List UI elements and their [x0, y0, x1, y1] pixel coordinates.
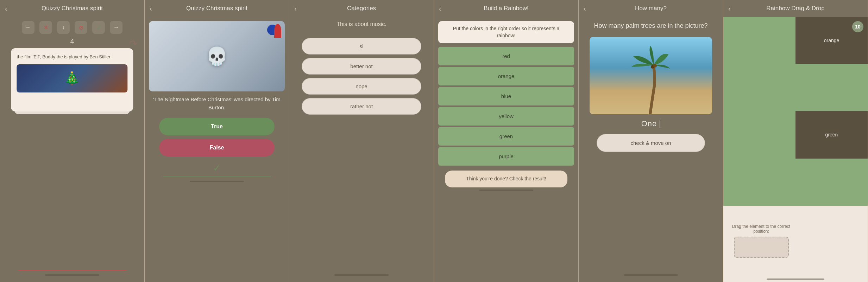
- drag-instructions-text: Drag the element to the correct position…: [727, 224, 795, 234]
- nightmare-image: 💀: [149, 21, 285, 91]
- answer-btn-better-not[interactable]: better not: [302, 58, 421, 75]
- drag-row-5: Drag the element to the correct position…: [723, 206, 868, 276]
- false-button[interactable]: False: [159, 139, 275, 156]
- drag-row-4: [723, 159, 868, 206]
- panel2-title: Quizzy Christmas spirit: [186, 5, 247, 12]
- rainbow-green[interactable]: green: [438, 127, 574, 146]
- home-indicator-3: [334, 274, 389, 276]
- panel6-header: ‹ Rainbow Drag & Drop: [723, 0, 868, 17]
- panel5-title: How many?: [635, 5, 667, 12]
- drag-cell-green-2: [723, 64, 795, 111]
- remove-btn[interactable]: ✕: [39, 21, 52, 34]
- rainbow-red[interactable]: red: [438, 47, 574, 65]
- drag-row-2: [723, 64, 868, 111]
- drag-cell-green-5: [723, 159, 795, 206]
- panel4-title: Build a Rainbow!: [484, 5, 529, 12]
- drag-label-orange: orange: [824, 38, 839, 43]
- check-move-button[interactable]: check & move on: [597, 134, 705, 152]
- rainbow-instruction: Put the colors in the right order so it …: [438, 21, 574, 43]
- home-indicator-5: [624, 274, 678, 276]
- panel-how-many: ‹ How many? How many palm trees are in t…: [579, 0, 723, 282]
- rainbow-blue[interactable]: blue: [438, 87, 574, 105]
- panel-rainbow: ‹ Build a Rainbow! Put the colors in the…: [434, 0, 579, 282]
- panel1-title: Quizzy Christmas spirit: [42, 5, 103, 12]
- panel-true-false: ‹ Quizzy Christmas spirit 💀 'The Nightma…: [145, 0, 289, 282]
- no-btn[interactable]: ⊘: [75, 21, 87, 34]
- skeleton-icon: 💀: [206, 46, 228, 66]
- answer-btn-si[interactable]: si: [302, 38, 421, 55]
- back-arrow-3[interactable]: ‹: [294, 5, 297, 13]
- back-arrow-5[interactable]: ‹: [584, 5, 586, 13]
- flashcard-text: the film 'Elf', Buddy the is played by B…: [17, 54, 127, 60]
- answer-input-row: One: [641, 119, 661, 128]
- panel6-title: Rainbow Drag & Drop: [766, 5, 824, 12]
- drag-cell-green-3: [795, 64, 868, 111]
- home-indicator-1: [45, 274, 99, 276]
- panel6-body: 10 orange green: [723, 17, 868, 282]
- categories-description: This is about music.: [336, 21, 386, 27]
- true-button[interactable]: True: [159, 118, 275, 135]
- panel1-body: ← ✕ ↓ ⊘ ✓ → 4 ↷ the film 'Elf', Buddy th…: [0, 17, 144, 282]
- svg-point-1: [653, 64, 657, 68]
- elf-image: 🎄: [17, 64, 127, 92]
- toolbar-row: ← ✕ ↓ ⊘ ✓ →: [4, 21, 140, 34]
- back-arrow-1[interactable]: ‹: [5, 5, 7, 13]
- next-btn[interactable]: →: [110, 21, 122, 34]
- panel3-header: ‹ Categories: [289, 0, 434, 17]
- progress-bar-green-2: [163, 177, 271, 177]
- rainbow-purple[interactable]: purple: [438, 147, 574, 166]
- drag-cell-green-6: [795, 159, 868, 206]
- panel2-body: 💀 'The Nightmare Before Christmas' was d…: [145, 17, 289, 282]
- flashcard-front[interactable]: the film 'Elf', Buddy the is played by B…: [11, 48, 133, 111]
- question-text-2: 'The Nightmare Before Christmas' was dir…: [149, 96, 285, 111]
- flashcard-stack: the film 'Elf', Buddy the is played by B…: [4, 48, 140, 269]
- think-done-button[interactable]: Think you're done? Check the result!: [445, 171, 567, 187]
- palm-image: [590, 37, 712, 114]
- palm-tree-svg: [630, 44, 672, 114]
- drag-cell-green-1: [723, 17, 795, 64]
- drag-drop-layout: orange green Dr: [723, 17, 868, 276]
- drag-cell-green-4: [723, 111, 795, 158]
- panel5-header: ‹ How many?: [579, 0, 723, 17]
- text-cursor: [660, 120, 660, 128]
- typed-answer[interactable]: One: [641, 119, 657, 128]
- drop-zone[interactable]: [734, 237, 789, 258]
- home-indicator-4: [479, 190, 533, 191]
- back-arrow-4[interactable]: ‹: [439, 5, 441, 13]
- drag-label-green: green: [825, 132, 838, 137]
- panel-flashcard: ‹ Quizzy Christmas spirit ← ✕ ↓ ⊘ ✓ → 4 …: [0, 0, 145, 282]
- drag-row-1: orange: [723, 17, 868, 64]
- rainbow-orange[interactable]: orange: [438, 67, 574, 85]
- rainbow-yellow[interactable]: yellow: [438, 107, 574, 126]
- panel1-header: ‹ Quizzy Christmas spirit: [0, 0, 144, 17]
- panel2-header: ‹ Quizzy Christmas spirit: [145, 0, 289, 17]
- drag-row-3: green: [723, 111, 868, 158]
- progress-bar-red: [18, 270, 127, 271]
- home-indicator-2: [190, 181, 244, 182]
- check-btn-toolbar[interactable]: ✓: [92, 21, 105, 34]
- panel5-body: How many palm trees are in the picture? …: [579, 17, 723, 282]
- answer-btn-nope[interactable]: nope: [302, 78, 421, 95]
- drag-drop-zone-area: Drag the element to the correct position…: [723, 206, 799, 276]
- counter-badge: 10: [852, 21, 863, 32]
- correct-checkmark: ✓: [213, 163, 221, 174]
- home-indicator-6: [767, 278, 824, 280]
- answer-btn-rather-not[interactable]: rather not: [302, 98, 421, 115]
- panel4-header: ‹ Build a Rainbow!: [434, 0, 578, 17]
- panel3-body: This is about music. si better not nope …: [289, 17, 434, 282]
- how-many-question: How many palm trees are in the picture?: [591, 21, 710, 31]
- panel3-title: Categories: [347, 5, 376, 12]
- back-arrow-2[interactable]: ‹: [150, 5, 152, 13]
- panel-drag-drop: ‹ Rainbow Drag & Drop 10 orange green: [723, 0, 868, 282]
- panel-categories: ‹ Categories This is about music. si bet…: [289, 0, 434, 282]
- prev-btn[interactable]: ←: [22, 21, 34, 34]
- drag-cell-pink-2: [799, 206, 868, 276]
- card-count: 4: [70, 37, 74, 45]
- down-btn[interactable]: ↓: [57, 21, 70, 34]
- panel4-body: Put the colors in the right order so it …: [434, 17, 578, 282]
- drag-cell-green-label[interactable]: green: [795, 111, 868, 158]
- back-arrow-6[interactable]: ‹: [728, 5, 731, 13]
